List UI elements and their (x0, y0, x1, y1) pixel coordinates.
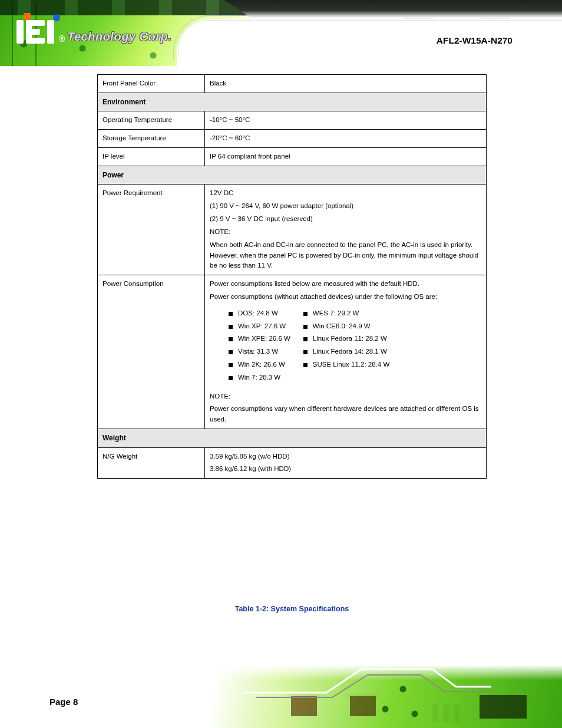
row-value: -20°C ~ 60°C (205, 130, 487, 148)
logo-letter-i (16, 20, 24, 44)
row-label: Operating Temperature (98, 111, 205, 130)
logo-dot-orange-icon (24, 13, 31, 20)
os-consumption-lists: DOS: 24.8 W Win XP: 27.6 W Win XPE: 26.6… (225, 306, 481, 386)
footer-banner: Page 8 (0, 660, 562, 728)
row-label: N/G Weight (98, 447, 205, 479)
logo (16, 17, 59, 44)
section-title: Environment (98, 93, 487, 111)
list-item: Win 7: 28.3 W (225, 373, 290, 383)
footer-lines-icon (244, 663, 491, 699)
section-title: Weight (98, 429, 487, 448)
logo-registered: ® (59, 34, 65, 44)
value-line: (2) 9 V ~ 36 V DC input (reserved) (210, 214, 481, 225)
row-label: Power Consumption (98, 275, 205, 429)
table-row: Front Panel Color Black (98, 75, 487, 93)
section-header-power: Power (98, 166, 487, 185)
row-value: IP 64 compliant front panel (205, 148, 487, 166)
table-caption: Table 1-2: System Specifications (97, 605, 487, 613)
table-row-weight: N/G Weight 3.59 kg/5.85 kg (w/o HDD) 3.8… (98, 447, 487, 479)
header-banner: ® Technology Corp. AFL2-W15A-N270 (0, 0, 562, 66)
list-item: Win XP: 27.6 W (225, 321, 290, 332)
table-row: Storage Temperature -20°C ~ 60°C (98, 130, 487, 148)
list-item: Win CE6.0: 24.9 W (300, 321, 389, 332)
section-header-weight: Weight (98, 429, 487, 448)
logo-letter-e (26, 20, 45, 44)
os-list-col1: DOS: 24.8 W Win XP: 27.6 W Win XPE: 26.6… (225, 306, 290, 386)
value-line: When both AC-in and DC-in are connected … (210, 240, 481, 271)
logo-text: Technology Corp. (67, 31, 171, 42)
value-line: (1) 90 V ~ 264 V, 60 W power adapter (op… (210, 201, 481, 212)
value-line: Power consumptions (without attached dev… (210, 292, 481, 302)
logo-letter-i2 (47, 20, 54, 44)
value-line: 3.59 kg/5.85 kg (w/o HDD) (210, 452, 481, 462)
table-row-power-requirement: Power Requirement 12V DC (1) 90 V ~ 264 … (98, 185, 487, 275)
value-line: Power consumptions vary when different h… (210, 404, 481, 425)
value-line: Power consumptions listed below are meas… (210, 279, 481, 289)
row-value: 3.59 kg/5.85 kg (w/o HDD) 3.86 kg/6.12 k… (205, 447, 487, 479)
row-value: Black (205, 75, 487, 93)
list-item: SUSE Linux 11.2: 28.4 W (300, 360, 389, 370)
list-item: Linux Fedora 11: 28.2 W (300, 334, 389, 344)
value-line: NOTE: (210, 227, 481, 238)
list-item: Win 2K: 26.6 W (225, 360, 290, 370)
table-row-power-consumption: Power Consumption Power consumptions lis… (98, 275, 487, 429)
row-value: Power consumptions listed below are meas… (205, 275, 487, 429)
list-item: Linux Fedora 14: 28.1 W (300, 347, 389, 357)
value-line: NOTE: (210, 391, 481, 402)
list-item: WES 7: 29.2 W (300, 308, 389, 319)
row-value: 12V DC (1) 90 V ~ 264 V, 60 W power adap… (205, 185, 487, 275)
row-value: -10°C ~ 50°C (205, 111, 487, 130)
row-label: Power Requirement (98, 185, 205, 275)
section-title: Power (98, 166, 487, 185)
page-number: Page 8 (49, 697, 78, 707)
table-row: Operating Temperature -10°C ~ 50°C (98, 111, 487, 130)
row-label: Front Panel Color (98, 75, 205, 93)
list-item: Vista: 31.3 W (225, 347, 290, 357)
list-item: DOS: 24.8 W (225, 308, 290, 319)
spec-table: Front Panel Color Black Environment Oper… (97, 74, 487, 479)
logo-mark (16, 17, 59, 44)
value-line: 12V DC (210, 188, 481, 199)
os-list-col2: WES 7: 29.2 W Win CE6.0: 24.9 W Linux Fe… (300, 306, 389, 386)
list-item: Win XPE: 26.6 W (225, 334, 290, 344)
value-line: 3.86 kg/6.12 kg (with HDD) (210, 464, 481, 475)
table-row: IP level IP 64 compliant front panel (98, 148, 487, 166)
section-header-environment: Environment (98, 93, 487, 111)
row-label: IP level (98, 148, 205, 166)
document-title: AFL2-W15A-N270 (437, 35, 513, 47)
row-label: Storage Temperature (98, 130, 205, 148)
